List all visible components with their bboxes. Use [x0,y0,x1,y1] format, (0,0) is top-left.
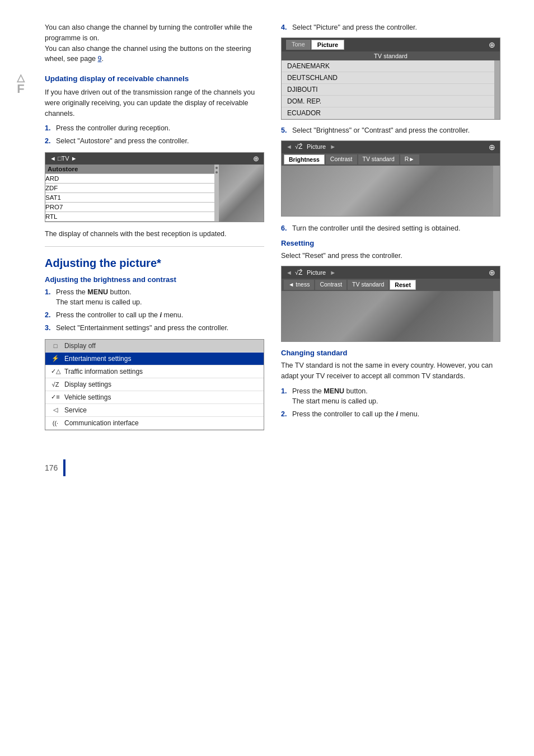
menu-row-vehicle: ✓≡ Vehicle settings [45,391,264,404]
s2-step-text-1: Press the MENU button.The start menu is … [56,287,142,308]
intro-text-2: You can also change the channel using th… [45,45,251,63]
reset-image [282,291,500,341]
section1-body: If you have driven out of the transmissi… [45,87,264,119]
s2-step-3: 3. Select "Entertainment settings" and p… [45,323,264,334]
reset-tab-reset: Reset [390,280,416,290]
step-1: 1. Press the controller during reception… [45,123,264,134]
section1-heading: Updating display of receivable channels [45,74,264,83]
tab-contrast: Contrast [326,154,357,165]
country-row-djibouti: DJIBOUTI [282,84,500,96]
right-step6: 6. Turn the controller until the desired… [281,223,500,234]
reset-tab-tvstandard: TV standard [348,280,388,290]
channel-item-sat1: SAT1 [45,193,214,203]
picture-label: Picture [307,143,326,151]
reset-icon: ⊕ [489,268,495,277]
menu-row-comms: ((· Communication interface [45,417,264,430]
tab-brightness: Brightness [284,154,325,165]
country-screen: Tone Picture ⊕ TV standard DAENEMARK DEU… [281,37,500,120]
s2-step-num-1: 1. [45,287,53,308]
r-step-5: 5. Select "Brightness" or "Contrast" and… [281,125,500,136]
brightness-screen: ◄ √Z̄ Picture ► ⊕ Brightness Contrast TV… [281,140,500,217]
s2-step-num-2: 2. [45,310,53,321]
brightness-tabs: ◄ √Z̄ Picture ► [286,143,336,151]
brightness-tab-row: Brightness Contrast TV standard R► [282,153,500,166]
channel-item-autostore: Autostore [45,165,214,174]
menu-row-service: ◁ Service [45,404,264,417]
r-step-num-5: 5. [281,125,289,136]
menu-screen: □ Display off ⚡ Entertainment settings ✓… [45,339,264,430]
resetting-text: Select "Reset" and press the controller. [281,251,500,261]
scroll-dot-2 [216,171,218,173]
channel-item-ard: ARD [45,174,214,184]
left-column: You can also change the channel by turni… [45,22,264,437]
reset-tab-contrast: Contrast [315,280,346,290]
channel-screen: ◄ □TV ► ⊕ Autostore ARD ZDF SAT1 PRO7 RT… [45,152,264,222]
channel-item-zdf: ZDF [45,184,214,193]
menu-row-display: √Z Display settings [45,378,264,391]
intro-text: You can also change the channel by turni… [45,22,264,64]
tab-tvstandard: TV standard [358,154,399,165]
right-column: 4. Select "Picture" and press the contro… [281,22,500,437]
italic-i-2: i [396,410,398,418]
channel-header-icon: ⊕ [253,154,259,163]
reset-tabs-header: ◄ √Z̄ Picture ► [286,269,336,276]
page-marker: △ F [17,73,25,95]
step-2: 2. Select "Autostore" and press the cont… [45,136,264,147]
brightness-header: ◄ √Z̄ Picture ► ⊕ [282,141,500,153]
brightness-body [282,166,500,216]
country-tabs: Tone Picture [286,40,344,50]
r-step-num-4: 4. [281,22,289,33]
r-step-4: 4. Select "Picture" and press the contro… [281,22,500,33]
italic-i-1: i [160,311,162,319]
menu-icon-display-off: □ [51,342,60,349]
reset-left-arrow: ◄ [286,269,292,276]
channel-list: Autostore ARD ZDF SAT1 PRO7 RTL [45,165,214,222]
country-sub-header: TV standard [282,51,500,60]
reset-picture-label: Picture [307,269,326,276]
intro-text-1: You can also change the channel by turni… [45,24,252,42]
tab-picture: Picture [311,40,344,50]
tab-tone: Tone [286,40,311,50]
menu-icon-service: ◁ [51,406,60,414]
menu-icon-comms: ((· [51,420,60,426]
s2-step-2: 2. Press the controller to call up the i… [45,310,264,321]
section2-steps: 1. Press the MENU button.The start menu … [45,287,264,334]
step-text-1: Press the controller during reception. [56,123,170,134]
reset-screen: ◄ √Z̄ Picture ► ⊕ ◄ tness Contrast TV st… [281,266,500,342]
menu-label-display-off: Display off [64,342,96,350]
r-step-text-4: Select "Picture" and press the controlle… [292,22,417,33]
reset-body [282,291,500,341]
step-num-2: 2. [45,136,53,147]
menu-bold-1: MENU [87,288,108,296]
menu-icon-traffic: ✓△ [51,368,60,375]
s2-step-text-2: Press the controller to call up the i me… [56,310,183,321]
channel-header: ◄ □TV ► ⊕ [45,153,264,165]
channel-thumbnail [219,165,264,222]
right-step4: 4. Select "Picture" and press the contro… [281,22,500,33]
left-arrow-icon: ◄ [286,143,292,151]
step-num-1: 1. [45,123,53,134]
menu-label-vehicle: Vehicle settings [64,393,111,401]
country-row-daenemark: DAENEMARK [282,60,500,72]
country-scrollbar [494,60,500,119]
sqrt-icon: √Z̄ [295,143,303,151]
reset-side-bar [493,291,500,341]
reset-sqrt-icon: √Z̄ [295,269,303,276]
cs-step-1: 1. Press the MENU button.The start menu … [281,386,500,407]
step-text-2: Select "Autostore" and press the control… [56,136,189,147]
page-number: 176 [45,463,58,472]
page-container: △ F You can also change the channel by t… [0,0,534,756]
changing-standard-steps: 1. Press the MENU button.The start menu … [281,386,500,420]
right-step5: 5. Select "Brightness" or "Contrast" and… [281,125,500,136]
cs-step-2: 2. Press the controller to call up the i… [281,409,500,420]
sub-heading: Adjusting the brightness and contrast [45,275,264,284]
menu-label-service: Service [64,406,87,414]
r-step-text-6: Turn the controller until the desired se… [292,223,460,234]
section1-steps: 1. Press the controller during reception… [45,123,264,147]
page-letter: F [17,83,24,95]
s2-step-1: 1. Press the MENU button.The start menu … [45,287,264,308]
channel-body: Autostore ARD ZDF SAT1 PRO7 RTL [45,165,264,222]
brightness-icon: ⊕ [489,143,495,152]
menu-bold-2: MENU [324,387,344,395]
channel-header-text: ◄ □TV ► [50,155,77,162]
